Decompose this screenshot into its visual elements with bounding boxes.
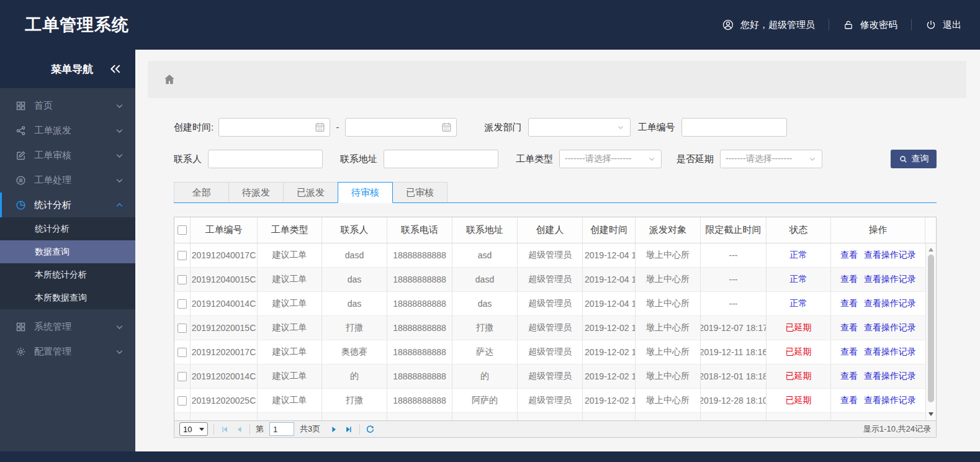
- scrollbar-down-arrow[interactable]: [926, 409, 936, 419]
- view-log-link[interactable]: 查看操作记录: [864, 274, 916, 285]
- submenu-item-statistics[interactable]: 统计分析: [0, 217, 135, 240]
- select-all-checkbox[interactable]: [178, 225, 187, 235]
- logout-link[interactable]: 退出: [925, 19, 961, 31]
- create-time-from-wrap: [218, 118, 330, 137]
- tab-dispatched[interactable]: 已派发: [283, 182, 338, 202]
- cell-target: 墩上中心所: [636, 316, 701, 340]
- gear-icon: [16, 346, 26, 357]
- submenu-item-local-data-query[interactable]: 本所数据查询: [0, 286, 135, 309]
- last-page-button[interactable]: [344, 425, 354, 434]
- sidebar-item-config[interactable]: 配置管理: [0, 339, 135, 364]
- sidebar-item-label: 工单处理: [34, 174, 107, 186]
- cell-order-no: 201912020014C: [191, 365, 258, 388]
- tab-all[interactable]: 全部: [174, 182, 229, 202]
- row-checkbox[interactable]: [178, 275, 187, 284]
- home-icon[interactable]: [163, 73, 176, 86]
- view-log-link[interactable]: 查看操作记录: [864, 346, 916, 358]
- row-checkbox[interactable]: [178, 251, 187, 260]
- scrollbar-up-arrow[interactable]: [926, 245, 936, 255]
- create-time-from-input[interactable]: [218, 118, 330, 137]
- edit-icon: [16, 150, 26, 161]
- cell-address: 阿萨的: [452, 389, 518, 412]
- sidebar-item-home[interactable]: 首页: [0, 93, 135, 118]
- row-checkbox[interactable]: [178, 324, 187, 333]
- delay-select[interactable]: -------请选择-------: [720, 150, 822, 168]
- calendar-icon[interactable]: [314, 121, 326, 133]
- submenu-item-data-query[interactable]: 数据查询: [0, 240, 135, 263]
- view-log-link[interactable]: 查看操作记录: [864, 298, 916, 309]
- address-input[interactable]: [384, 150, 498, 168]
- sidebar-item-system[interactable]: 系统管理: [0, 314, 135, 339]
- view-link[interactable]: 查看: [840, 395, 858, 406]
- cell-creator: 超级管理员: [518, 243, 583, 267]
- sidebar-item-process[interactable]: 工单处理: [0, 168, 135, 192]
- cell-actions: 查看 查看操作记录: [831, 243, 925, 267]
- search-button[interactable]: 查询: [891, 150, 937, 168]
- sidebar-collapse-icon[interactable]: [109, 63, 122, 75]
- view-link[interactable]: 查看: [840, 346, 858, 358]
- view-log-link[interactable]: 查看操作记录: [864, 371, 916, 382]
- previous-page-button[interactable]: [235, 425, 244, 434]
- cell-status: 已延期: [766, 365, 831, 388]
- cell-type: 建议工单: [258, 268, 322, 291]
- pager-separator: [214, 424, 214, 435]
- create-time-to-input[interactable]: [345, 118, 457, 137]
- status-badge: 正常: [790, 250, 807, 261]
- row-checkbox[interactable]: [178, 420, 187, 421]
- scrollbar-thumb[interactable]: [928, 255, 934, 402]
- sidebar-item-review[interactable]: 工单审核: [0, 143, 135, 168]
- calendar-icon[interactable]: [441, 121, 452, 133]
- page-size-select[interactable]: 10: [179, 422, 208, 436]
- tab-reviewed[interactable]: 已审核: [392, 182, 447, 202]
- row-checkbox[interactable]: [178, 299, 187, 309]
- page-number-input[interactable]: [269, 422, 294, 436]
- column-header: 限定截止时间: [701, 217, 766, 243]
- table-row: 201912020015C 建议工单 打撒 18888888888 打撒 超级管…: [174, 316, 925, 340]
- cell-phone: 18888888888: [387, 268, 452, 291]
- delay-value: -------请选择-------: [726, 153, 792, 165]
- cell-address: 的: [452, 365, 518, 388]
- order-type-label: 工单类型: [516, 153, 553, 165]
- sidebar-item-label: 系统管理: [34, 321, 107, 333]
- cell-phone: 18888888888: [387, 389, 452, 412]
- sidebar-item-dispatch[interactable]: 工单派发: [0, 118, 135, 143]
- view-link[interactable]: 查看: [840, 298, 858, 309]
- tab-pending-dispatch[interactable]: 待派发: [228, 182, 284, 202]
- checkbox-cell: [174, 389, 191, 412]
- user-greeting[interactable]: 您好，超级管理员: [722, 19, 815, 31]
- view-link[interactable]: 查看: [840, 322, 858, 333]
- pagination-bar: 10 第 共3页: [174, 420, 937, 438]
- row-checkbox[interactable]: [178, 372, 187, 381]
- order-type-select[interactable]: -------请选择-------: [559, 150, 662, 168]
- cell-type: 建议工单: [258, 316, 322, 340]
- next-page-button[interactable]: [330, 425, 339, 434]
- sidebar-item-statistics[interactable]: 统计分析: [0, 192, 135, 217]
- view-link[interactable]: 查看: [840, 250, 858, 261]
- cell-order-no: 201912020015C: [191, 316, 258, 340]
- view-log-link[interactable]: 查看操作记录: [864, 395, 916, 406]
- first-page-button[interactable]: [220, 425, 229, 434]
- table-row-partial: [174, 413, 925, 420]
- scrollbar-header-stub: [925, 217, 936, 243]
- refresh-button[interactable]: [366, 425, 375, 434]
- tab-pending-review[interactable]: 待审核: [338, 182, 393, 203]
- view-link[interactable]: 查看: [840, 274, 858, 285]
- cell-status: [766, 413, 831, 420]
- submenu-item-local-statistics[interactable]: 本所统计分析: [0, 263, 135, 286]
- contact-input[interactable]: [208, 150, 323, 168]
- cell-address: 萨达: [452, 340, 518, 364]
- header-divider: [829, 19, 829, 30]
- view-log-link[interactable]: 查看操作记录: [864, 322, 916, 333]
- cell-deadline: ---: [701, 268, 766, 291]
- cell-status: 正常: [766, 268, 831, 291]
- row-checkbox[interactable]: [178, 396, 187, 405]
- table-vertical-scrollbar[interactable]: [925, 243, 936, 420]
- cell-actions: 查看 查看操作记录: [831, 268, 925, 291]
- dispatch-dept-select[interactable]: [528, 118, 631, 137]
- view-link[interactable]: 查看: [840, 371, 858, 382]
- view-log-link[interactable]: 查看操作记录: [864, 250, 916, 261]
- row-checkbox[interactable]: [178, 348, 187, 357]
- cell-creator: 超级管理员: [518, 365, 583, 388]
- change-password-link[interactable]: 修改密码: [843, 19, 897, 31]
- order-no-input[interactable]: [681, 118, 787, 137]
